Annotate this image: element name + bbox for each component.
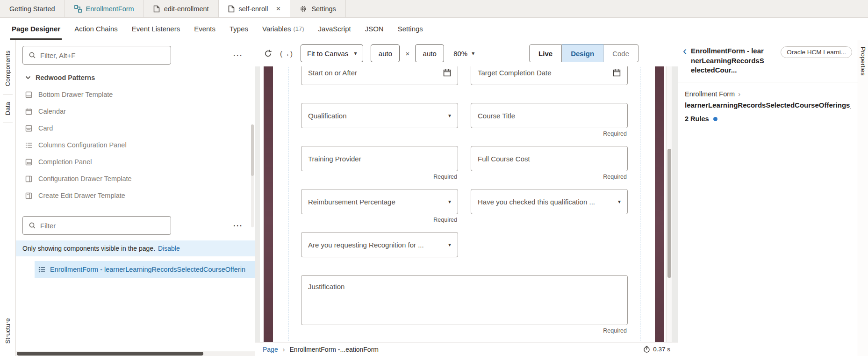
canvas-breadcrumb-bar: Page › EnrollmentForm -...eationForm 0.3… (255, 342, 678, 356)
field-start-on-or-after[interactable]: Start on or After (301, 66, 458, 85)
field-target-completion-date[interactable]: Target Completion Date (471, 66, 628, 85)
nav-action-chains[interactable]: Action Chains (67, 18, 125, 40)
close-icon[interactable]: × (276, 5, 280, 13)
breadcrumb-current-item[interactable]: EnrollmentForm -...eationForm (289, 346, 379, 353)
selected-component-title: EnrollmentForm - learnerLearningRecordsS… (691, 46, 766, 75)
tab-getting-started[interactable]: Getting Started (0, 0, 65, 17)
field-have-you-checked-qualification[interactable]: Have you checked this qualification ... … (471, 189, 628, 214)
components-scrollbar-thumb[interactable] (251, 124, 254, 176)
nav-label: Settings (398, 25, 423, 33)
bottom-drawer-icon (25, 91, 32, 98)
field-label: Target Completion Date (478, 69, 608, 77)
breadcrumb-page-link[interactable]: Page (263, 346, 278, 353)
field-training-provider[interactable]: Training Provider (301, 146, 458, 171)
component-label: Create Edit Drawer Template (38, 192, 125, 199)
field-qualification[interactable]: Qualification ▾ (301, 103, 458, 128)
left-rail: Components Data Structure (0, 40, 16, 356)
tab-settings[interactable]: Settings (290, 0, 345, 17)
nav-json[interactable]: JSON (358, 18, 391, 40)
required-label: Required (603, 327, 627, 334)
page-search-box[interactable] (22, 216, 171, 235)
breadcrumb-separator: › (283, 346, 285, 353)
breadcrumb-separator: › (738, 90, 740, 98)
nav-events[interactable]: Events (187, 18, 222, 40)
nav-label: Page Designer (12, 25, 60, 33)
nav-page-designer[interactable]: Page Designer (5, 18, 67, 40)
form-cell: Full Course Cost Required (471, 146, 628, 171)
nav-javascript[interactable]: JavaScript (311, 18, 358, 40)
service-badge: Oracle HCM Learni... (781, 46, 852, 58)
component-configuration-drawer-template[interactable]: Configuration Drawer Template (16, 170, 255, 187)
canvas-size-select[interactable]: Fit to Canvas ▾ (301, 44, 363, 62)
code-mode-button[interactable]: Code (603, 44, 638, 62)
canvas-height-input[interactable] (415, 44, 444, 62)
tab-label: self-enroll (239, 5, 268, 13)
component-label: Columns Configuration Panel (38, 141, 127, 149)
component-list: Bottom Drawer Template Calendar Card Col… (16, 84, 255, 211)
stopwatch-icon (643, 346, 650, 353)
overflow-menu-icon[interactable]: ⋯ (225, 50, 251, 61)
required-label: Required (433, 217, 457, 223)
main-area: Components Data Structure ⋯ Redwood Patt… (0, 40, 868, 356)
rules-link[interactable]: 2 Rules (685, 115, 851, 123)
mode-switcher: Live Design Code (529, 44, 638, 62)
form-cell: Qualification ▾ (301, 103, 458, 128)
chevron-down-icon: ▾ (354, 50, 357, 57)
page-filter-input[interactable] (40, 222, 165, 230)
component-completion-panel[interactable]: Completion Panel (16, 153, 255, 170)
component-bottom-drawer-template[interactable]: Bottom Drawer Template (16, 86, 255, 103)
field-reimbursement-percentage[interactable]: Reimbursement Percentage ▾ (301, 189, 458, 214)
nav-variables[interactable]: Variables(17) (255, 18, 311, 40)
field-justification[interactable]: Justification (301, 275, 628, 325)
nav-types[interactable]: Types (222, 18, 255, 40)
canvas-width-input[interactable] (371, 44, 400, 62)
tree-item-enrollmentform[interactable]: EnrollmentForm - learnerLearningRecordsS… (35, 261, 255, 278)
back-chevron-icon[interactable]: ‹ (682, 46, 688, 56)
section-title: Redwood Patterns (36, 74, 95, 81)
tab-edit-enrollment[interactable]: edit-enrollment (144, 0, 219, 17)
properties-panel: ‹ EnrollmentForm - learnerLearningRecord… (678, 40, 858, 356)
section-redwood-patterns[interactable]: Redwood Patterns (16, 68, 255, 84)
create-edit-drawer-icon (25, 192, 32, 199)
rail-tab-data[interactable]: Data (4, 94, 11, 123)
zoom-select[interactable]: 80% ▾ (452, 50, 476, 58)
rail-tab-components[interactable]: Components (4, 43, 11, 94)
components-filter-input[interactable] (40, 51, 165, 59)
panel-hscrollbar-thumb[interactable] (17, 352, 203, 356)
tab-enrollmentform[interactable]: EnrollmentForm (65, 0, 144, 17)
field-full-course-cost[interactable]: Full Course Cost (471, 146, 628, 171)
live-mode-button[interactable]: Live (529, 44, 562, 62)
nav-settings[interactable]: Settings (391, 18, 430, 40)
component-label: Bottom Drawer Template (38, 91, 113, 98)
design-mode-button[interactable]: Design (562, 44, 603, 62)
object-breadcrumb[interactable]: Enrollment Form › (685, 90, 851, 98)
times-separator: × (405, 50, 409, 58)
canvas-scrollbar-thumb[interactable] (667, 149, 671, 278)
refresh-icon[interactable] (264, 49, 273, 58)
nav-event-listeners[interactable]: Event Listeners (125, 18, 187, 40)
rail-tab-properties[interactable]: Properties (860, 47, 867, 356)
tab-self-enroll[interactable]: self-enroll × (219, 0, 291, 17)
component-create-edit-drawer-template[interactable]: Create Edit Drawer Template (16, 187, 255, 204)
nav-label: Events (194, 25, 215, 33)
component-label: Calendar (38, 108, 66, 115)
component-calendar[interactable]: Calendar (16, 103, 255, 120)
calendar-icon (443, 69, 451, 77)
tab-label: EnrollmentForm (86, 5, 134, 13)
card-icon (25, 125, 32, 132)
component-card[interactable]: Card (16, 120, 255, 137)
form-cell: Justification Required (301, 275, 628, 325)
page-preview: Start on or After Target Completion Date (260, 66, 666, 342)
field-requesting-recognition[interactable]: Are you requesting Recognition for ... ▾ (301, 232, 458, 257)
editor-nav: Page Designer Action Chains Event Listen… (0, 18, 868, 40)
components-search-box[interactable] (22, 46, 171, 65)
component-columns-configuration-panel[interactable]: Columns Configuration Panel (16, 137, 255, 153)
rail-tab-structure[interactable]: Structure (4, 311, 11, 351)
calendar-icon (25, 108, 32, 115)
field-course-title[interactable]: Course Title (471, 103, 628, 128)
nav-label: JSON (365, 25, 384, 33)
nav-label: Action Chains (74, 25, 118, 33)
disable-link[interactable]: Disable (158, 245, 180, 252)
overflow-menu-icon[interactable]: ⋯ (225, 220, 251, 231)
breakpoint-icon[interactable]: (→) (280, 50, 293, 58)
